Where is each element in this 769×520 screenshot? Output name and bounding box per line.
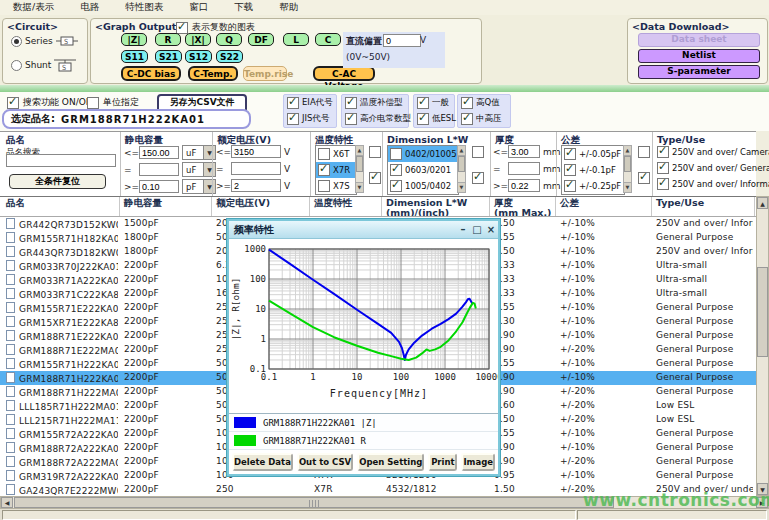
thk-min-input[interactable] [508, 179, 540, 192]
checkbox[interactable] [287, 97, 299, 109]
checkbox[interactable] [345, 113, 357, 125]
column-header-4[interactable]: Dimension L*W (mm)/(inch) [382, 197, 490, 216]
menu-item-5[interactable]: 帮助 [266, 1, 311, 14]
thk-max-input[interactable] [508, 145, 540, 158]
cap-min-unit-select[interactable]: pF▼ [182, 179, 216, 194]
checkbox[interactable] [318, 148, 330, 160]
tolerance-list-scrollbar[interactable]: ▲▼ [623, 145, 632, 193]
vertical-scrollbar[interactable]: ▲ ▼ [756, 196, 769, 496]
column-header-7[interactable]: Type/Use [652, 197, 755, 216]
temp-select-none-box[interactable] [369, 146, 381, 158]
graph-button-X[interactable]: |X| [185, 33, 211, 46]
cap-max-input[interactable] [139, 146, 179, 159]
show-multiple-graphs-box[interactable] [176, 22, 188, 34]
popup-title-bar[interactable]: 频率特性 – □ × [229, 221, 498, 239]
type-use-item-1[interactable]: 250V and over/ General [657, 162, 769, 174]
open-setting-button[interactable]: Open Setting [357, 453, 424, 471]
print-button[interactable]: Print [428, 453, 457, 471]
dimension-item-0402/01005[interactable]: 0402/01005 [388, 146, 458, 162]
volt-eq-input[interactable] [231, 162, 281, 175]
graph-button-S21[interactable]: S21 [155, 50, 182, 63]
menu-item-3[interactable]: 窗口 [176, 1, 221, 14]
graph-button-S12[interactable]: S12 [185, 50, 212, 63]
minimize-icon[interactable]: – [456, 222, 470, 237]
option-JIS代号[interactable]: JIS代号 [287, 113, 329, 125]
column-header-5[interactable]: 厚度 (mm Max.) [490, 197, 556, 216]
volt-max-input[interactable] [231, 145, 281, 158]
checkbox[interactable] [657, 162, 669, 174]
option-中高压[interactable]: 中高压 [461, 113, 502, 125]
checkbox[interactable] [318, 180, 330, 192]
dimension-select-all-box[interactable] [472, 172, 484, 184]
vertical-scrollbar-thumb[interactable] [757, 267, 768, 357]
temp-select-all-box[interactable] [369, 172, 381, 184]
shunt-radio-dot[interactable] [11, 60, 22, 71]
checkbox[interactable] [417, 113, 429, 125]
column-header-2[interactable]: 额定电压(V) [212, 197, 310, 216]
column-header-6[interactable]: 公差 [556, 197, 652, 216]
condition-button-c-ac-voltage[interactable]: C-AC Voltage [313, 66, 375, 81]
checkbox[interactable] [390, 164, 402, 176]
part-name-search-input[interactable] [6, 154, 116, 167]
checkbox[interactable] [390, 148, 402, 160]
column-header-3[interactable]: 温度特性 [310, 197, 382, 216]
graph-button-L[interactable]: L [283, 33, 309, 46]
graph-button-S11[interactable]: S11 [121, 50, 148, 63]
search-toggle-checkbox[interactable]: 搜索功能 ON/OFF [7, 96, 96, 109]
option-低ESL[interactable]: 低ESL [417, 113, 456, 125]
scroll-up-icon[interactable]: ▲ [757, 197, 768, 209]
reset-all-conditions-button[interactable]: 全条件复位 [9, 174, 106, 189]
checkbox[interactable] [461, 113, 473, 125]
unit-box[interactable] [87, 97, 99, 109]
graph-button-R[interactable]: R [155, 33, 181, 46]
dc-bias-input[interactable] [383, 34, 421, 47]
type-use-item-2[interactable]: 250V and over/ Informat [657, 178, 769, 190]
temp-char-item-X6T[interactable]: X6T [316, 146, 356, 162]
scroll-up-icon[interactable]: ▲ [624, 146, 631, 156]
menu-item-0[interactable]: 数据/表示 [0, 1, 67, 14]
unit-checkbox[interactable]: 单位指定 [87, 96, 139, 109]
horizontal-scrollbar-thumb[interactable] [14, 497, 614, 508]
option-温度补偿型[interactable]: 温度补偿型 [345, 97, 403, 109]
scroll-left-icon[interactable]: ◀ [1, 497, 13, 508]
shunt-radio[interactable]: Shunt S [11, 57, 76, 73]
checkbox[interactable] [345, 97, 357, 109]
scroll-down-icon[interactable]: ▼ [356, 182, 363, 192]
delete-data-button[interactable]: Delete Data [232, 453, 293, 471]
temp-char-item-X7S[interactable]: X7S [316, 178, 356, 194]
show-multiple-graphs-checkbox[interactable]: 表示复数的图表 [176, 21, 255, 34]
thk-eq-input[interactable] [508, 162, 540, 175]
maximize-icon[interactable]: □ [470, 222, 484, 237]
temp-char-item-X7R[interactable]: X7R [316, 162, 356, 178]
checkbox[interactable] [564, 164, 576, 176]
checkbox[interactable] [564, 148, 576, 160]
menu-item-1[interactable]: 电路 [67, 1, 112, 14]
cap-eq-input[interactable] [139, 163, 179, 176]
s-parameter-button[interactable]: S-parameter [638, 65, 760, 79]
tolerance-item-+/-0.05pF[interactable]: +/-0.05pF [562, 146, 624, 162]
netlist-button[interactable]: Netlist [638, 49, 760, 63]
tolerance-select-none-box[interactable] [638, 146, 650, 158]
menu-item-4[interactable]: 下载 [221, 1, 266, 14]
condition-button-c-temp-[interactable]: C-Temp. [188, 66, 238, 81]
tolerance-item-+/-0.1pF[interactable]: +/-0.1pF [562, 162, 624, 178]
column-header-0[interactable]: 品名 [2, 197, 120, 216]
scroll-down-icon[interactable]: ▼ [624, 182, 631, 192]
scroll-up-icon[interactable]: ▲ [356, 146, 363, 156]
checkbox[interactable] [318, 164, 330, 176]
dimension-item-1005/0402[interactable]: 1005/0402 [388, 178, 458, 194]
tolerance-select-all-box[interactable] [638, 172, 650, 184]
cap-max-unit-select[interactable]: uF▼ [182, 145, 216, 160]
graph-button-DF[interactable]: DF [248, 33, 274, 46]
tolerance-item-+/-0.25pF[interactable]: +/-0.25pF [562, 178, 624, 194]
cap-min-input[interactable] [139, 180, 179, 193]
graph-button-S22[interactable]: S22 [216, 50, 243, 63]
series-radio-dot[interactable] [11, 36, 22, 47]
condition-button-c-dc-bias[interactable]: C-DC bias [121, 66, 181, 81]
scroll-down-icon[interactable]: ▼ [458, 182, 465, 192]
graph-button-Z[interactable]: |Z| [121, 33, 147, 46]
out-to-csv-button[interactable]: Out to CSV [297, 453, 353, 471]
type-use-item-0[interactable]: 250V and over/ Camera [657, 146, 769, 158]
option-EIA代号[interactable]: EIA代号 [287, 97, 333, 109]
dimension-item-0603/0201[interactable]: 0603/0201 [388, 162, 458, 178]
